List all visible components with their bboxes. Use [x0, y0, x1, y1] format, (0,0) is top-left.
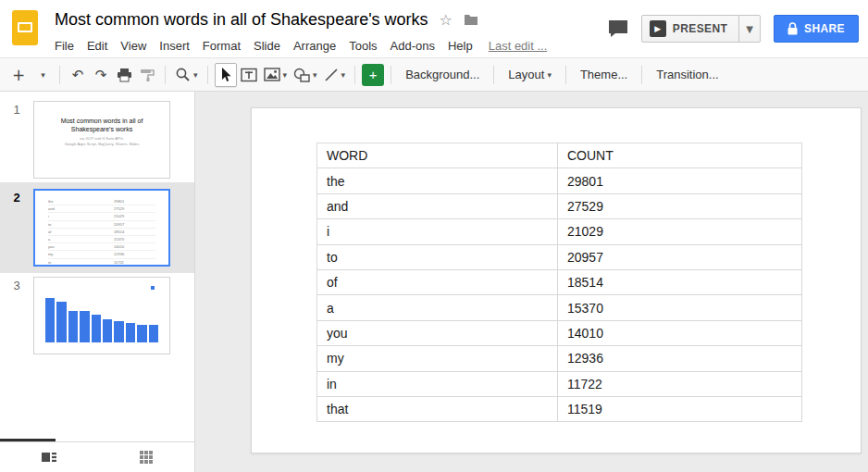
table-cell[interactable]: that — [317, 396, 558, 421]
table-cell[interactable]: and — [317, 193, 558, 218]
mini-bar — [92, 315, 101, 342]
print-button[interactable] — [113, 63, 135, 87]
play-icon: ▶ — [650, 20, 666, 37]
new-slide-button[interactable]: + — [7, 63, 30, 87]
folder-icon[interactable] — [464, 14, 478, 26]
table-cell[interactable]: i — [317, 219, 558, 244]
document-title[interactable]: Most common words in all of Shakespeare'… — [55, 10, 428, 30]
redo-button[interactable]: ↷ — [90, 63, 112, 87]
toolbar-separator — [207, 66, 208, 84]
table-cell[interactable]: a — [317, 295, 558, 320]
word-count-table[interactable]: WORDCOUNTthe29801and27529i21029to20957of… — [316, 143, 802, 422]
zoom-button[interactable]: ▾ — [172, 63, 201, 87]
table-row: i21029 — [317, 219, 802, 244]
text-box-button[interactable] — [238, 63, 260, 87]
insert-line-button[interactable]: ▾ — [321, 63, 349, 87]
slides-logo-icon[interactable] — [12, 10, 38, 45]
slide-2-thumbnail[interactable]: the29801and27529i21029to20957of18514a153… — [33, 189, 170, 267]
add-on-plus-button[interactable]: + — [362, 64, 384, 86]
thumb-table-row: you14010 — [48, 243, 155, 251]
top-bar: Most common words in all of Shakespeare'… — [0, 0, 868, 57]
menu-file[interactable]: File — [55, 35, 81, 56]
table-header-cell[interactable]: COUNT — [558, 143, 802, 168]
layout-button[interactable]: Layout ▾ — [501, 63, 559, 87]
theme-button[interactable]: Theme... — [573, 63, 635, 87]
new-slide-dropdown[interactable]: ▾ — [31, 63, 53, 87]
table-row: you14010 — [317, 320, 802, 345]
menu-help[interactable]: Help — [441, 35, 479, 56]
mini-bar — [103, 319, 112, 342]
table-cell[interactable]: 21029 — [558, 219, 802, 244]
table-row: a15370 — [317, 295, 802, 320]
grid-view-button[interactable] — [97, 450, 194, 465]
thumb-table-row: i21029 — [48, 213, 155, 220]
magnifier-icon — [175, 67, 191, 82]
printer-icon — [117, 68, 132, 82]
table-cell[interactable]: 20957 — [558, 244, 802, 269]
transition-button[interactable]: Transition... — [649, 63, 725, 87]
filmstrip-view-button[interactable] — [0, 451, 97, 464]
view-toggles — [0, 441, 194, 472]
table-cell[interactable]: you — [317, 320, 558, 345]
table-header-cell[interactable]: WORD — [317, 143, 558, 168]
insert-shape-button[interactable]: ▾ — [291, 63, 320, 87]
thumb-table-row: a15370 — [48, 236, 155, 243]
mini-bar — [149, 325, 158, 342]
table-cell[interactable]: 15370 — [558, 295, 802, 320]
select-tool-button[interactable] — [215, 63, 237, 87]
toolbar-separator — [493, 66, 494, 84]
table-row: and27529 — [317, 193, 802, 218]
table-cell[interactable]: in — [317, 371, 558, 396]
layout-label: Layout — [508, 68, 544, 81]
insert-image-button[interactable]: ▾ — [261, 63, 291, 87]
thumb-1-title: Most common words in all of Shakespeare'… — [34, 117, 169, 133]
table-cell[interactable]: 11519 — [558, 396, 802, 421]
thumb-table-row: in11722 — [48, 259, 155, 267]
present-button[interactable]: ▶ PRESENT — [642, 16, 738, 42]
menu-tools[interactable]: Tools — [342, 35, 383, 56]
menu-arrange[interactable]: Arrange — [287, 35, 342, 56]
table-cell[interactable]: the — [317, 168, 558, 193]
menu-format[interactable]: Format — [196, 35, 247, 56]
title-block: Most common words in all of Shakespeare'… — [55, 7, 608, 57]
slide-3-thumbnail[interactable] — [33, 277, 170, 354]
menu-edit[interactable]: Edit — [81, 35, 114, 56]
menu-view[interactable]: View — [114, 35, 153, 56]
undo-button[interactable]: ↶ — [67, 63, 89, 87]
thumb-table-row: of18514 — [48, 229, 155, 236]
paint-format-button[interactable] — [136, 63, 158, 87]
thumb-2-mini-table: the29801and27529i21029to20957of18514a153… — [48, 198, 155, 267]
thumb-1-subtitle: via GCP and G Suite APIs: Google Apps Sc… — [34, 136, 169, 147]
mini-bar — [137, 325, 146, 342]
background-button[interactable]: Background... — [398, 63, 487, 87]
slides-logo-inner — [18, 22, 32, 32]
current-slide[interactable]: WORDCOUNTthe29801and27529i21029to20957of… — [251, 107, 862, 453]
present-dropdown-button[interactable]: ▼ — [738, 16, 760, 42]
menu-add-ons[interactable]: Add-ons — [384, 35, 441, 56]
last-edit-link[interactable]: Last edit ... — [489, 39, 548, 53]
mini-bar — [56, 302, 66, 342]
slide-1-thumbnail[interactable]: Most common words in all of Shakespeare'… — [33, 101, 170, 179]
table-cell[interactable]: to — [317, 244, 558, 269]
star-icon[interactable]: ☆ — [440, 11, 453, 29]
table-cell[interactable]: 29801 — [558, 168, 802, 193]
table-cell[interactable]: my — [317, 346, 558, 371]
paint-roller-icon — [140, 68, 155, 82]
toolbar-separator — [565, 66, 566, 84]
table-cell[interactable]: 11722 — [558, 371, 802, 396]
grid-view-icon — [139, 450, 154, 465]
table-cell[interactable]: 27529 — [558, 193, 802, 218]
filmstrip-scroll[interactable]: 1 Most common words in all of Shakespear… — [0, 92, 194, 441]
filmstrip-divider — [0, 439, 56, 441]
comments-button[interactable] — [608, 19, 628, 38]
slide-canvas[interactable]: WORDCOUNTthe29801and27529i21029to20957of… — [195, 92, 868, 472]
table-cell[interactable]: of — [317, 269, 558, 294]
share-button[interactable]: SHARE — [774, 15, 859, 43]
table-cell[interactable]: 18514 — [558, 269, 802, 294]
toolbar-separator — [59, 66, 60, 84]
menu-insert[interactable]: Insert — [153, 35, 196, 56]
line-icon — [324, 68, 339, 82]
table-cell[interactable]: 14010 — [558, 320, 802, 345]
table-cell[interactable]: 12936 — [558, 346, 802, 371]
menu-slide[interactable]: Slide — [247, 35, 287, 56]
